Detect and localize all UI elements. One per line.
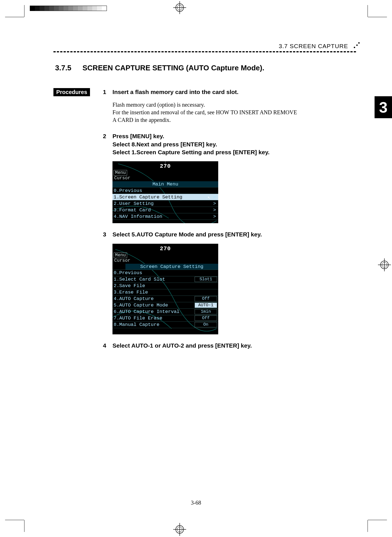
menu-item-label: Previous: [119, 188, 212, 193]
step-body: Flash memory card (option) is necessary.…: [112, 101, 298, 124]
menu-item-label: AUTO Capture Interval: [119, 309, 193, 314]
menu-item[interactable]: 4.NAV Information>: [112, 213, 218, 220]
menu-item-index: 6.: [114, 309, 119, 314]
running-header: 3.7 SCREEN CAPTURE: [279, 43, 348, 50]
grayscale-strip: [30, 6, 107, 11]
device-screenshot-main-menu: 270 Menu Cursor Main Menu 0.Previous1.Sc…: [112, 161, 218, 223]
page-number: 3-68: [0, 500, 392, 506]
header-dots-icon: [353, 42, 360, 50]
menu-item-value: Off: [195, 296, 217, 301]
menu-item[interactable]: 3.Erase File: [112, 289, 218, 296]
step-title-line: Press [MENU] key.: [112, 132, 360, 140]
chevron-right-icon: >: [212, 214, 217, 219]
procedures-badge: Procedures: [53, 88, 90, 96]
menu-item-label: AUTO File Erase: [119, 316, 193, 321]
crop-mark-icon: [368, 520, 387, 520]
chevron-right-icon: >: [212, 194, 217, 200]
menu-item[interactable]: 1.Select Card SlotSlot1: [112, 276, 218, 283]
step-number: 3: [103, 231, 112, 238]
menu-item[interactable]: 8.Manual CaptureOn: [112, 322, 218, 328]
menu-item-label: Format Card: [119, 207, 212, 213]
procedure-step: 1 Insert a flash memory card into the ca…: [103, 88, 360, 124]
menu-item-index: 5.: [114, 303, 119, 308]
menu-item-value: On: [195, 322, 217, 327]
menu-item[interactable]: 7.AUTO File EraseOff: [112, 315, 218, 322]
procedure-step: 2 Press [MENU] key. Select 8.Next and pr…: [103, 132, 360, 223]
cursor-label: Cursor: [114, 176, 218, 181]
menu-item-value: 1min: [195, 309, 217, 314]
header-divider: [53, 51, 356, 52]
cursor-label: Cursor: [114, 258, 218, 263]
menu-title: Main Menu: [112, 181, 218, 187]
procedure-step: 4 Select AUTO-1 or AUTO-2 and press [ENT…: [103, 342, 360, 350]
compass-heading: 270: [112, 163, 218, 169]
step-title: Select 5.AUTO Capture Mode and press [EN…: [112, 231, 360, 238]
menu-item-index: 2.: [114, 283, 119, 288]
registration-mark-icon: [173, 523, 186, 536]
procedure-step: 3 Select 5.AUTO Capture Mode and press […: [103, 231, 360, 334]
menu-item[interactable]: 0.Previous: [112, 270, 218, 276]
menu-item-index: 4.: [114, 214, 119, 219]
menu-item-label: Select Card Slot: [119, 277, 193, 282]
menu-item-label: AUTO Capture Mode: [119, 303, 193, 308]
device-screenshot-capture-setting: 270 Menu Cursor Screen Capture Setting 0…: [112, 244, 218, 334]
crop-mark-icon: [24, 5, 24, 17]
step-number: 2: [103, 132, 112, 140]
crop-mark-icon: [368, 5, 368, 17]
menu-item-label: NAV Information: [119, 214, 212, 219]
crop-mark-icon: [5, 520, 24, 520]
menu-button[interactable]: Menu: [114, 252, 127, 258]
menu-item-value: Slot1: [195, 277, 217, 282]
section-heading: 3.7.5 SCREEN CAPTURE SETTING (AUTO Captu…: [55, 64, 360, 72]
crop-mark-icon: [368, 17, 387, 17]
menu-item-index: 3.: [114, 290, 119, 295]
crop-mark-icon: [368, 520, 368, 532]
step-number: 1: [103, 88, 112, 96]
menu-item-index: 8.: [114, 322, 119, 327]
menu-item[interactable]: 2.User Setting>: [112, 200, 218, 207]
crop-mark-icon: [5, 17, 24, 17]
menu-item-index: 1.: [114, 277, 119, 282]
menu-item[interactable]: 2.Save File: [112, 283, 218, 289]
menu-item[interactable]: 1.Screen Capture Setting>↖: [112, 194, 218, 200]
menu-item[interactable]: 0.Previous: [112, 187, 218, 194]
menu-title: Screen Capture Setting: [125, 264, 218, 270]
menu-item[interactable]: 5.AUTO Capture ModeAUTO-1↖: [112, 302, 218, 309]
step-title: Select AUTO-1 or AUTO-2 and press [ENTER…: [112, 342, 360, 350]
menu-item[interactable]: 3.Format Card>: [112, 207, 218, 213]
menu-button[interactable]: Menu: [114, 170, 127, 176]
section-title: SCREEN CAPTURE SETTING (AUTO Capture Mod…: [82, 64, 264, 72]
menu-item-label: Erase File: [119, 290, 217, 295]
menu-item-index: 0.: [114, 188, 119, 193]
menu-item-index: 0.: [114, 270, 119, 276]
menu-item-value: Off: [195, 316, 217, 321]
crop-mark-icon: [24, 520, 24, 532]
menu-item[interactable]: 4.AUTO CaptureOff: [112, 296, 218, 302]
menu-item-label: AUTO Capture: [119, 296, 193, 301]
menu-list: 0.Previous1.Select Card SlotSlot12.Save …: [112, 270, 218, 328]
menu-item-label: User Setting: [119, 201, 212, 206]
step-title-line: Select 8.Next and press [ENTER] key.: [112, 140, 360, 148]
registration-mark-icon: [173, 1, 186, 14]
chapter-tab: 3: [375, 96, 392, 118]
menu-item-label: Save File: [119, 283, 217, 288]
chevron-right-icon: >: [212, 207, 217, 213]
menu-item-label: Screen Capture Setting: [119, 194, 212, 200]
step-body-line: For the insertion and removal of the car…: [112, 109, 298, 124]
section-number: 3.7.5: [55, 64, 80, 72]
menu-item-index: 4.: [114, 296, 119, 301]
registration-mark-icon: [378, 258, 391, 271]
step-body-line: Flash memory card (option) is necessary.: [112, 101, 298, 109]
menu-item-value: AUTO-1: [195, 303, 217, 308]
menu-item-index: 3.: [114, 207, 119, 213]
step-title: Press [MENU] key. Select 8.Next and pres…: [112, 132, 360, 156]
step-number: 4: [103, 342, 112, 350]
menu-item-index: 2.: [114, 201, 119, 206]
step-title-line: Select 1.Screen Capture Setting and pres…: [112, 148, 360, 156]
compass-heading: 270: [112, 245, 218, 252]
step-title: Insert a flash memory card into the card…: [112, 88, 360, 96]
menu-item[interactable]: 6.AUTO Capture Interval1min: [112, 309, 218, 315]
menu-item-label: Previous: [119, 270, 217, 276]
chevron-right-icon: >: [212, 201, 217, 206]
menu-item-index: 1.: [114, 194, 119, 200]
